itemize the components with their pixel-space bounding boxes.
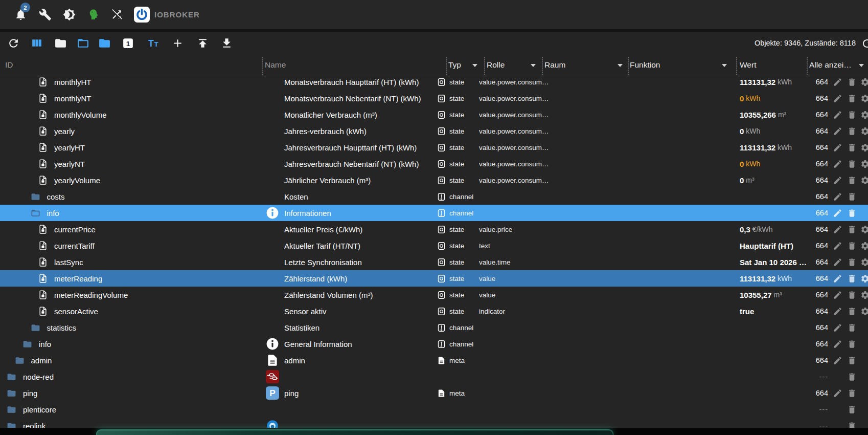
object-value-cell[interactable]: 113131,32kWh <box>740 139 806 156</box>
theme-toggle-icon[interactable] <box>63 8 76 21</box>
edit-pencil-button[interactable] <box>833 352 842 368</box>
delete-trash-button[interactable] <box>847 90 857 106</box>
edit-pencil-button[interactable] <box>833 237 842 254</box>
id-filter-input[interactable] <box>4 58 106 72</box>
object-state-icon[interactable] <box>38 256 48 268</box>
collapse-all-button[interactable] <box>54 37 67 50</box>
delete-trash-button[interactable] <box>847 123 857 139</box>
delete-trash-button[interactable] <box>847 401 857 418</box>
delete-trash-button[interactable] <box>847 221 857 237</box>
custom-settings-gear-button[interactable] <box>860 172 868 188</box>
folder-icon[interactable] <box>14 356 25 365</box>
object-state-icon[interactable] <box>38 289 48 300</box>
table-row[interactable]: meterReadingZählerstand (kWh) statevalue… <box>0 270 868 287</box>
edit-pencil-button[interactable] <box>833 254 842 270</box>
delete-trash-button[interactable] <box>847 237 857 254</box>
export-objects-button[interactable] <box>220 37 233 50</box>
object-value-cell[interactable]: Sat Jan 10 2026 … <box>740 254 806 270</box>
custom-settings-gear-button[interactable] <box>860 139 868 156</box>
object-state-icon[interactable] <box>38 142 48 153</box>
object-value-cell[interactable]: 0kWh <box>740 123 806 139</box>
show-all-select[interactable]: Alle anzei… <box>809 60 852 70</box>
expand-depth-1-button[interactable]: 1 <box>122 37 134 50</box>
type-filter-select[interactable]: Typ <box>448 60 461 70</box>
import-objects-button[interactable] <box>196 37 209 50</box>
edit-pencil-button[interactable] <box>833 336 842 352</box>
type-caret-icon[interactable] <box>472 64 477 67</box>
object-value-cell[interactable]: 0,3€/kWh <box>740 221 806 237</box>
function-caret-icon[interactable] <box>722 64 727 67</box>
object-value-cell[interactable]: 113131,32kWh <box>740 77 806 90</box>
show-all-caret-icon[interactable] <box>859 64 864 67</box>
role-caret-icon[interactable] <box>531 64 536 67</box>
delete-trash-button[interactable] <box>847 303 857 319</box>
view-columns-button[interactable] <box>30 37 43 50</box>
folder-icon[interactable] <box>30 192 41 202</box>
object-state-icon[interactable] <box>38 306 48 317</box>
custom-settings-gear-button[interactable] <box>860 90 868 106</box>
edit-pencil-button[interactable] <box>833 287 842 303</box>
settings-wrench-icon[interactable] <box>39 8 52 21</box>
object-state-icon[interactable] <box>38 125 48 137</box>
edit-pencil-button[interactable] <box>833 270 842 287</box>
object-state-icon[interactable] <box>38 158 48 169</box>
table-row[interactable]: adminadmin meta664 <box>0 352 868 368</box>
table-row[interactable]: currentTariffAktueller Tarif (HT/NT) sta… <box>0 237 868 254</box>
object-value-cell[interactable]: true <box>740 303 806 319</box>
folder-open-icon[interactable] <box>30 208 41 218</box>
table-row[interactable]: monthlyNTMonatsverbrauch Nebentarif (NT)… <box>0 90 868 106</box>
delete-trash-button[interactable] <box>847 205 857 221</box>
edit-pencil-button[interactable] <box>833 303 842 319</box>
edit-pencil-button[interactable] <box>833 90 842 106</box>
delete-trash-button[interactable] <box>847 385 857 401</box>
toast-notification-edge[interactable] <box>96 429 613 435</box>
delete-trash-button[interactable] <box>847 352 857 368</box>
edit-pencil-button[interactable] <box>833 139 842 156</box>
clipped-corner-icon[interactable] <box>861 37 868 50</box>
delete-trash-button[interactable] <box>847 418 857 429</box>
custom-settings-gear-button[interactable] <box>860 106 868 123</box>
delete-trash-button[interactable] <box>847 336 857 352</box>
folder-icon[interactable] <box>6 388 17 398</box>
delete-trash-button[interactable] <box>847 287 857 303</box>
table-row[interactable]: plenticore--- <box>0 401 868 418</box>
font-size-button[interactable]: TT <box>147 37 160 50</box>
room-caret-icon[interactable] <box>618 64 623 67</box>
table-row[interactable]: infoInformationen channel664 <box>0 205 868 221</box>
table-row[interactable]: yearlyHTJahresverbrauch Haupttarif (HT) … <box>0 139 868 156</box>
edit-pencil-button[interactable] <box>833 221 842 237</box>
custom-settings-gear-button[interactable] <box>860 77 868 90</box>
custom-settings-gear-button[interactable] <box>860 287 868 303</box>
collapse-branch-button[interactable] <box>98 37 111 50</box>
folder-icon[interactable] <box>22 339 33 349</box>
custom-settings-gear-button[interactable] <box>860 303 868 319</box>
edit-pencil-button[interactable] <box>833 123 842 139</box>
object-value-cell[interactable]: 10355,266m³ <box>740 106 806 123</box>
edit-pencil-button[interactable] <box>833 156 842 172</box>
custom-settings-gear-button[interactable] <box>860 237 868 254</box>
object-state-icon[interactable] <box>38 224 48 235</box>
object-state-icon[interactable] <box>38 273 48 284</box>
object-state-icon[interactable] <box>38 109 48 120</box>
object-value-cell[interactable]: Haupttarif (HT) <box>740 237 806 254</box>
object-state-icon[interactable] <box>38 175 48 186</box>
object-state-icon[interactable] <box>38 93 48 104</box>
delete-trash-button[interactable] <box>847 368 857 385</box>
table-row[interactable]: meterReadingVolumeZählerstand Volumen (m… <box>0 287 868 303</box>
edit-pencil-button[interactable] <box>833 172 842 188</box>
delete-trash-button[interactable] <box>847 156 857 172</box>
custom-settings-gear-button[interactable] <box>860 156 868 172</box>
add-object-button[interactable] <box>171 37 184 50</box>
table-row[interactable]: lastSyncLetzte Synchronisation statevalu… <box>0 254 868 270</box>
refresh-button[interactable] <box>7 37 20 50</box>
table-row[interactable]: monthlyHTMonatsverbrauch Haupttarif (HT)… <box>0 77 868 90</box>
expand-all-button[interactable] <box>77 37 89 50</box>
edit-pencil-button[interactable] <box>833 319 842 336</box>
user-head-icon[interactable] <box>87 8 100 21</box>
table-row[interactable]: infoGeneral Information channel664 <box>0 336 868 352</box>
edit-pencil-button[interactable] <box>833 106 842 123</box>
object-value-cell[interactable]: 0m³ <box>740 172 806 188</box>
table-row[interactable]: yearlyNTJahresverbrauch Nebentarif (NT) … <box>0 156 868 172</box>
object-value-cell[interactable]: 10355,27m³ <box>740 287 806 303</box>
delete-trash-button[interactable] <box>847 106 857 123</box>
